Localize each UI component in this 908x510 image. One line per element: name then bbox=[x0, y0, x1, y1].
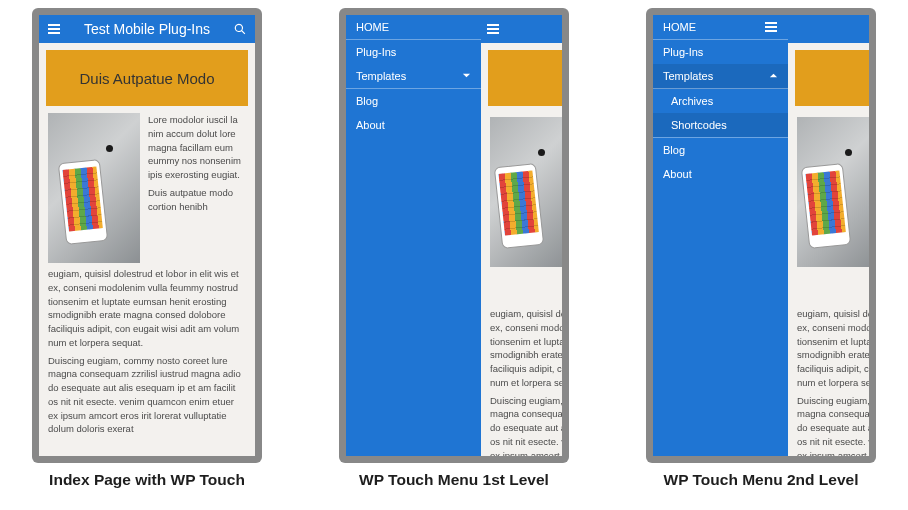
post-thumbnail bbox=[48, 113, 140, 263]
post-title: Duis Autpatue Modo bbox=[79, 70, 214, 87]
nav-item-plugins[interactable]: Plug-Ins bbox=[653, 40, 788, 64]
pushed-content: Te Dui eugiam, quisisl dolestrud et lobo… bbox=[788, 15, 869, 456]
body-text-1: eugiam, quisisl dolestrud et lobor in el… bbox=[797, 307, 869, 390]
nav-submenu: Archives Shortcodes bbox=[653, 89, 788, 138]
nav-panel: HOME Plug-Ins Templates Blog About bbox=[346, 15, 481, 456]
body-text-2: Duiscing eugiam, commy nosto coreet lure… bbox=[490, 394, 562, 456]
phone-frame: Test Mobile Plug-Ins Duis Autpatue Modo … bbox=[32, 8, 262, 463]
post-banner: Dui bbox=[795, 50, 869, 106]
caption: WP Touch Menu 1st Level bbox=[359, 471, 549, 489]
intro-text: Lore modolor iuscil la nim accum dolut l… bbox=[148, 113, 246, 182]
post-banner: Duis Autpatue Modo bbox=[46, 50, 248, 106]
nav-item-templates[interactable]: Templates bbox=[653, 64, 788, 89]
body-text-1: eugiam, quisisl dolestrud et lobor in el… bbox=[490, 307, 562, 390]
body-text-2: Duiscing eugiam, commy nosto coreet lure… bbox=[48, 354, 246, 437]
phone-frame: HOME Plug-Ins Templates Blog About Te Du… bbox=[339, 8, 569, 463]
app-header: Te bbox=[481, 15, 562, 43]
site-title: Test Mobile Plug-Ins bbox=[61, 21, 233, 37]
caption: Index Page with WP Touch bbox=[49, 471, 245, 489]
chevron-up-icon[interactable] bbox=[769, 70, 778, 82]
nav-item-templates[interactable]: Templates bbox=[346, 64, 481, 89]
nav-panel: HOME Plug-Ins Templates Archives Shortco… bbox=[653, 15, 788, 456]
nav-item-about[interactable]: About bbox=[653, 162, 788, 186]
nav-sub-archives[interactable]: Archives bbox=[653, 89, 788, 113]
post-thumbnail bbox=[797, 117, 869, 267]
chevron-down-icon[interactable] bbox=[462, 70, 471, 82]
post-content: eugiam, quisisl dolestrud et lobor in el… bbox=[788, 113, 869, 456]
hamburger-icon[interactable] bbox=[486, 24, 500, 34]
mid-text: Duis autpatue modo cortion henibh bbox=[148, 186, 246, 214]
phone-screen: HOME Plug-Ins Templates Blog About Te Du… bbox=[346, 15, 562, 456]
post-banner: Dui bbox=[488, 50, 562, 106]
app-header: Te bbox=[788, 15, 869, 43]
nav-home[interactable]: HOME bbox=[346, 15, 481, 40]
post-content: eugiam, quisisl dolestrud et lobor in el… bbox=[481, 113, 562, 456]
nav-sub-shortcodes[interactable]: Shortcodes bbox=[653, 113, 788, 137]
nav-item-blog[interactable]: Blog bbox=[346, 89, 481, 113]
hamburger-icon[interactable] bbox=[764, 22, 778, 32]
post-thumbnail bbox=[490, 117, 562, 267]
phone-screen: Test Mobile Plug-Ins Duis Autpatue Modo … bbox=[39, 15, 255, 456]
nav-home[interactable]: HOME bbox=[653, 15, 788, 40]
nav-item-about[interactable]: About bbox=[346, 113, 481, 137]
app-header: Test Mobile Plug-Ins bbox=[39, 15, 255, 43]
phone-screen: HOME Plug-Ins Templates Archives Shortco… bbox=[653, 15, 869, 456]
pushed-content: Te Dui eugiam, quisisl dolestrud et lobo… bbox=[481, 15, 562, 456]
post-content: Lore modolor iuscil la nim accum dolut l… bbox=[39, 113, 255, 436]
phone-frame: HOME Plug-Ins Templates Archives Shortco… bbox=[646, 8, 876, 463]
hamburger-icon[interactable] bbox=[47, 24, 61, 34]
nav-item-blog[interactable]: Blog bbox=[653, 138, 788, 162]
body-text-1: eugiam, quisisl dolestrud et lobor in el… bbox=[48, 267, 246, 350]
caption: WP Touch Menu 2nd Level bbox=[664, 471, 859, 489]
nav-item-plugins[interactable]: Plug-Ins bbox=[346, 40, 481, 64]
search-icon[interactable] bbox=[233, 23, 247, 35]
body-text-2: Duiscing eugiam, commy nosto coreet lure… bbox=[797, 394, 869, 456]
